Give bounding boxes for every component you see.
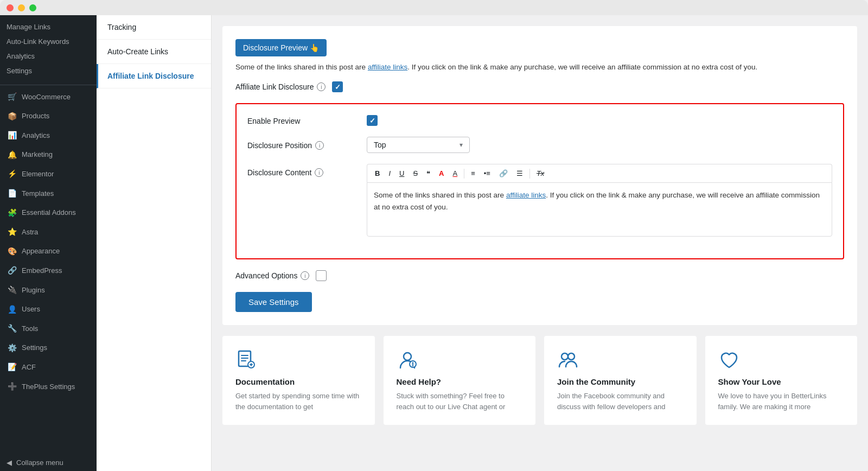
acf-icon: 📝 (7, 362, 17, 373)
editor-content[interactable]: Some of the links shared in this post ar… (367, 182, 832, 237)
show-love-title: Show Your Love (718, 377, 845, 386)
sidebar-item-products[interactable]: 📦 Products (0, 107, 97, 126)
sidebar-item-elementor[interactable]: ⚡ Elementor (0, 164, 97, 184)
show-love-icon (718, 349, 740, 371)
sidebar-item-users[interactable]: 👤 Users (0, 300, 97, 320)
tools-icon: 🔧 (7, 323, 17, 334)
sub-sidebar: Tracking Auto-Create Links Affiliate Lin… (97, 15, 212, 471)
affiliate-link-info-icon[interactable]: i (317, 82, 326, 91)
sidebar-item-marketing[interactable]: 🔔 Marketing (0, 145, 97, 165)
essential-addons-icon: 🧩 (7, 208, 17, 219)
settings-card: Disclosure Preview 👆 Some of the links s… (222, 26, 857, 325)
disclosure-content-info-icon[interactable]: i (315, 168, 323, 177)
disclosure-preview-banner: Disclosure Preview 👆 Some of the links s… (235, 39, 844, 73)
sidebar-item-essential-addons[interactable]: 🧩 Essential Addons (0, 203, 97, 223)
sidebar-item-label: Plugins (22, 285, 45, 295)
ordered-list-button[interactable]: ≡ (468, 168, 478, 179)
align-button[interactable]: ☰ (513, 168, 526, 179)
text-color-button[interactable]: A (436, 168, 447, 179)
join-community-icon (557, 349, 579, 371)
join-community-title: Join the Community (557, 377, 684, 386)
sub-sidebar-affiliate-disclosure[interactable]: Affiliate Link Disclosure (97, 64, 211, 88)
affiliate-link-disclosure-checkbox[interactable] (332, 81, 343, 92)
sidebar-item-embedpress[interactable]: 🔗 EmbedPress (0, 261, 97, 281)
main-content: Disclosure Preview 👆 Some of the links s… (212, 15, 868, 471)
sidebar-item-analytics[interactable]: 📊 Analytics (0, 126, 97, 145)
editor-container: B I U S ❝ A A ≡ •≡ 🔗 ☰ (367, 164, 832, 237)
editor-affiliate-link[interactable]: affiliate links (506, 191, 546, 199)
sidebar-item-astra[interactable]: ⭐ Astra (0, 222, 97, 242)
users-icon: 👤 (7, 304, 17, 315)
sidebar-item-theplus[interactable]: ➕ ThePlus Settings (0, 377, 97, 397)
enable-preview-label: Enable Preview (247, 116, 356, 125)
documentation-icon (235, 349, 257, 371)
sidebar-item-auto-link-keywords[interactable]: Auto-Link Keywords (0, 34, 97, 49)
collapse-menu[interactable]: ◀ Collapse menu (0, 454, 97, 471)
highlight-color-button[interactable]: A (449, 168, 461, 179)
sub-sidebar-auto-create[interactable]: Auto-Create Links (97, 40, 211, 64)
disclosure-position-value: Top (374, 141, 386, 149)
bottom-cards-section: Documentation Get started by spending so… (222, 336, 857, 425)
advanced-options-label: Advanced Options i (235, 271, 309, 280)
editor-text-before: Some of the links shared in this post ar… (374, 191, 506, 199)
underline-button[interactable]: U (396, 168, 407, 179)
editor-toolbar: B I U S ❝ A A ≡ •≡ 🔗 ☰ (367, 164, 832, 182)
embedpress-icon: 🔗 (7, 265, 17, 276)
sub-sidebar-tracking[interactable]: Tracking (97, 15, 211, 40)
sidebar-item-label: Marketing (22, 150, 53, 160)
show-love-card: Show Your Love We love to have you in Be… (705, 336, 858, 425)
join-community-card: Join the Community Join the Facebook com… (544, 336, 697, 425)
clear-formatting-button[interactable]: Tx (533, 168, 547, 179)
disclosure-preview-button[interactable]: Disclosure Preview 👆 (235, 39, 327, 56)
need-help-text: Stuck with something? Feel free to reach… (397, 391, 523, 412)
sidebar-item-appearance[interactable]: 🎨 Appearance (0, 242, 97, 262)
sidebar-item-analytics-top[interactable]: Analytics (0, 49, 97, 63)
preview-text-after: . If you click on the link & make any pu… (407, 63, 757, 71)
sidebar-item-label: ACF (22, 362, 36, 372)
advanced-options-checkbox[interactable] (316, 270, 327, 281)
advanced-options-info-icon[interactable]: i (301, 271, 309, 280)
save-settings-button[interactable]: Save Settings (235, 292, 312, 312)
disclosure-position-info-icon[interactable]: i (315, 141, 324, 150)
sidebar-item-label: WooCommerce (22, 92, 71, 102)
sidebar-item-acf[interactable]: 📝 ACF (0, 358, 97, 377)
documentation-text: Get started by spending some time with t… (235, 391, 362, 412)
documentation-card: Documentation Get started by spending so… (222, 336, 375, 425)
sidebar-item-tools[interactable]: 🔧 Tools (0, 319, 97, 339)
bold-button[interactable]: B (372, 168, 383, 179)
sidebar-item-label: Essential Addons (22, 208, 76, 218)
sidebar-item-label: Tools (22, 324, 38, 334)
settings-icon: ⚙️ (7, 343, 17, 354)
maximize-dot[interactable] (29, 4, 36, 11)
preview-text-before: Some of the links shared in this post ar… (235, 63, 368, 71)
sidebar-item-manage-links[interactable]: Manage Links (0, 20, 97, 34)
sidebar-item-settings[interactable]: ⚙️ Settings (0, 339, 97, 358)
sidebar-item-plugins[interactable]: 🔌 Plugins (0, 281, 97, 300)
svg-point-5 (568, 353, 575, 360)
show-love-text: We love to have you in BetterLinks famil… (718, 391, 845, 412)
astra-icon: ⭐ (7, 227, 17, 238)
link-button[interactable]: 🔗 (496, 168, 511, 179)
sidebar-item-settings-top[interactable]: Settings (0, 63, 97, 78)
affiliate-links-link[interactable]: affiliate links (368, 63, 407, 71)
marketing-icon: 🔔 (7, 150, 17, 161)
woocommerce-icon: 🛒 (7, 92, 17, 103)
sidebar-item-woocommerce[interactable]: 🛒 WooCommerce (0, 87, 97, 107)
sidebar-item-label: EmbedPress (22, 266, 62, 276)
red-highlighted-section: Enable Preview Disclosure Position i Top… (235, 103, 844, 259)
close-dot[interactable] (7, 4, 14, 11)
sidebar-item-label: ThePlus Settings (22, 382, 75, 392)
strikethrough-button[interactable]: S (410, 168, 421, 179)
sidebar-item-templates[interactable]: 📄 Templates (0, 184, 97, 203)
disclosure-position-dropdown[interactable]: Top ▾ (367, 137, 470, 153)
analytics-icon: 📊 (7, 130, 17, 141)
enable-preview-checkbox[interactable] (367, 115, 378, 126)
sidebar-item-label: Appearance (22, 246, 60, 256)
unordered-list-button[interactable]: •≡ (481, 168, 494, 179)
affiliate-link-disclosure-label: Affiliate Link Disclosure i (235, 82, 326, 91)
disclosure-preview-text: Some of the links shared in this post ar… (235, 62, 844, 73)
sidebar-item-label: Analytics (22, 131, 50, 141)
italic-button[interactable]: I (385, 168, 394, 179)
minimize-dot[interactable] (18, 4, 25, 11)
blockquote-button[interactable]: ❝ (423, 168, 433, 179)
